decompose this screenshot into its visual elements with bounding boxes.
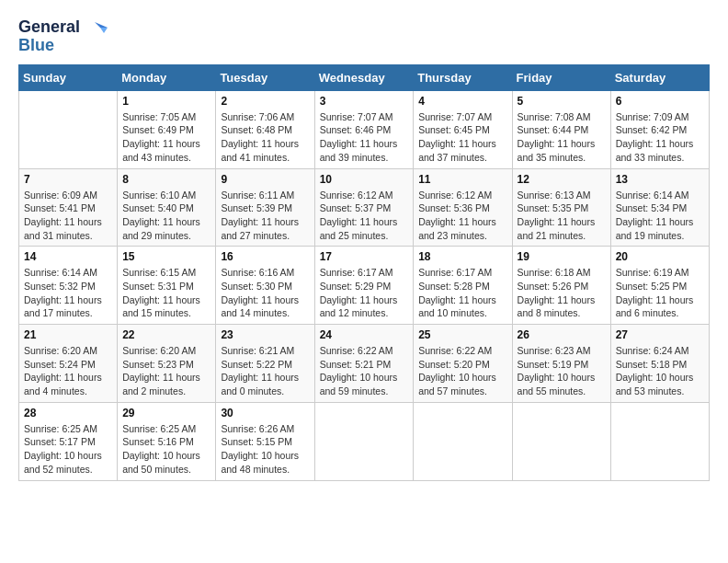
day-number: 29 (122, 407, 210, 419)
calendar-cell: 1Sunrise: 7:05 AMSunset: 6:49 PMDaylight… (118, 90, 216, 168)
calendar-cell: 23Sunrise: 6:21 AMSunset: 5:22 PMDayligh… (216, 325, 314, 403)
calendar-cell: 15Sunrise: 6:15 AMSunset: 5:31 PMDayligh… (118, 247, 216, 325)
day-info: Sunrise: 7:07 AMSunset: 6:46 PMDaylight:… (320, 110, 409, 165)
day-info: Sunrise: 7:07 AMSunset: 6:45 PMDaylight:… (418, 110, 506, 165)
calendar-cell: 25Sunrise: 6:22 AMSunset: 5:20 PMDayligh… (414, 325, 512, 403)
calendar-cell: 28Sunrise: 6:25 AMSunset: 5:17 PMDayligh… (19, 402, 118, 480)
day-info: Sunrise: 7:08 AMSunset: 6:44 PMDaylight:… (518, 110, 606, 165)
day-info: Sunrise: 6:14 AMSunset: 5:32 PMDaylight:… (24, 266, 112, 320)
calendar-cell: 11Sunrise: 6:12 AMSunset: 5:36 PMDayligh… (414, 168, 512, 247)
header-day-wednesday: Wednesday (314, 64, 414, 90)
day-info: Sunrise: 6:11 AMSunset: 5:39 PMDaylight:… (221, 189, 309, 243)
day-info: Sunrise: 6:20 AMSunset: 5:23 PMDaylight:… (122, 344, 210, 398)
day-number: 9 (221, 173, 309, 186)
calendar-week-2: 14Sunrise: 6:14 AMSunset: 5:32 PMDayligh… (19, 247, 710, 325)
calendar-cell: 7Sunrise: 6:09 AMSunset: 5:41 PMDaylight… (19, 168, 118, 247)
day-number: 3 (320, 95, 409, 108)
day-number: 5 (518, 95, 606, 108)
calendar-cell: 13Sunrise: 6:14 AMSunset: 5:34 PMDayligh… (610, 168, 709, 247)
day-number: 22 (122, 328, 210, 341)
calendar-cell: 27Sunrise: 6:24 AMSunset: 5:18 PMDayligh… (610, 325, 709, 403)
day-info: Sunrise: 6:19 AMSunset: 5:25 PMDaylight:… (616, 266, 704, 320)
logo: General Blue (18, 18, 108, 55)
day-info: Sunrise: 6:21 AMSunset: 5:22 PMDaylight:… (221, 344, 309, 398)
day-info: Sunrise: 6:17 AMSunset: 5:29 PMDaylight:… (320, 266, 409, 320)
calendar-cell (314, 402, 414, 480)
day-info: Sunrise: 6:09 AMSunset: 5:41 PMDaylight:… (24, 189, 112, 243)
logo-blue: Blue (18, 37, 54, 55)
day-info: Sunrise: 6:10 AMSunset: 5:40 PMDaylight:… (122, 189, 210, 243)
header-day-thursday: Thursday (414, 64, 512, 90)
svg-marker-1 (100, 28, 108, 33)
day-number: 17 (320, 250, 409, 263)
calendar-cell (512, 402, 610, 480)
day-number: 8 (122, 173, 210, 186)
calendar-cell: 30Sunrise: 6:26 AMSunset: 5:15 PMDayligh… (216, 402, 314, 480)
header-day-monday: Monday (118, 64, 216, 90)
day-info: Sunrise: 6:20 AMSunset: 5:24 PMDaylight:… (24, 344, 112, 398)
day-number: 12 (518, 173, 606, 186)
calendar-cell: 18Sunrise: 6:17 AMSunset: 5:28 PMDayligh… (414, 247, 512, 325)
calendar-cell: 21Sunrise: 6:20 AMSunset: 5:24 PMDayligh… (19, 325, 118, 403)
day-info: Sunrise: 6:23 AMSunset: 5:19 PMDaylight:… (518, 344, 606, 398)
day-number: 13 (616, 173, 704, 186)
day-number: 10 (320, 173, 409, 186)
header-day-tuesday: Tuesday (216, 64, 314, 90)
calendar-table: SundayMondayTuesdayWednesdayThursdayFrid… (18, 64, 710, 481)
svg-marker-0 (95, 22, 108, 28)
calendar-cell: 16Sunrise: 6:16 AMSunset: 5:30 PMDayligh… (216, 247, 314, 325)
calendar-cell: 4Sunrise: 7:07 AMSunset: 6:45 PMDaylight… (414, 90, 512, 168)
day-number: 7 (24, 173, 112, 186)
calendar-cell: 22Sunrise: 6:20 AMSunset: 5:23 PMDayligh… (118, 325, 216, 403)
calendar-week-0: 1Sunrise: 7:05 AMSunset: 6:49 PMDaylight… (19, 90, 710, 168)
calendar-cell: 19Sunrise: 6:18 AMSunset: 5:26 PMDayligh… (512, 247, 610, 325)
day-info: Sunrise: 6:25 AMSunset: 5:17 PMDaylight:… (24, 422, 112, 477)
day-info: Sunrise: 6:14 AMSunset: 5:34 PMDaylight:… (616, 189, 704, 243)
day-number: 28 (24, 407, 112, 419)
day-info: Sunrise: 6:26 AMSunset: 5:15 PMDaylight:… (221, 422, 309, 477)
day-info: Sunrise: 6:17 AMSunset: 5:28 PMDaylight:… (418, 266, 506, 320)
logo-general: General (18, 18, 80, 37)
day-number: 6 (616, 95, 704, 108)
calendar-cell: 9Sunrise: 6:11 AMSunset: 5:39 PMDaylight… (216, 168, 314, 247)
calendar-cell: 5Sunrise: 7:08 AMSunset: 6:44 PMDaylight… (512, 90, 610, 168)
calendar-body: 1Sunrise: 7:05 AMSunset: 6:49 PMDaylight… (19, 90, 710, 480)
day-number: 24 (320, 328, 409, 341)
calendar-cell: 14Sunrise: 6:14 AMSunset: 5:32 PMDayligh… (19, 247, 118, 325)
day-number: 21 (24, 328, 112, 341)
calendar-week-1: 7Sunrise: 6:09 AMSunset: 5:41 PMDaylight… (19, 168, 710, 247)
day-info: Sunrise: 6:12 AMSunset: 5:37 PMDaylight:… (320, 189, 409, 243)
calendar-cell: 29Sunrise: 6:25 AMSunset: 5:16 PMDayligh… (118, 402, 216, 480)
day-number: 1 (122, 95, 210, 108)
day-number: 23 (221, 328, 309, 341)
day-number: 20 (616, 250, 704, 263)
calendar-week-3: 21Sunrise: 6:20 AMSunset: 5:24 PMDayligh… (19, 325, 710, 403)
calendar-header: SundayMondayTuesdayWednesdayThursdayFrid… (19, 64, 710, 90)
day-info: Sunrise: 6:15 AMSunset: 5:31 PMDaylight:… (122, 266, 210, 320)
day-info: Sunrise: 6:24 AMSunset: 5:18 PMDaylight:… (616, 344, 704, 398)
day-number: 2 (221, 95, 309, 108)
day-number: 14 (24, 250, 112, 263)
day-info: Sunrise: 7:06 AMSunset: 6:48 PMDaylight:… (221, 110, 309, 165)
calendar-cell: 20Sunrise: 6:19 AMSunset: 5:25 PMDayligh… (610, 247, 709, 325)
day-info: Sunrise: 6:18 AMSunset: 5:26 PMDaylight:… (518, 266, 606, 320)
calendar-cell: 8Sunrise: 6:10 AMSunset: 5:40 PMDaylight… (118, 168, 216, 247)
calendar-cell: 6Sunrise: 7:09 AMSunset: 6:42 PMDaylight… (610, 90, 709, 168)
day-info: Sunrise: 7:09 AMSunset: 6:42 PMDaylight:… (616, 110, 704, 165)
day-info: Sunrise: 6:22 AMSunset: 5:21 PMDaylight:… (320, 344, 409, 398)
calendar-cell: 2Sunrise: 7:06 AMSunset: 6:48 PMDaylight… (216, 90, 314, 168)
header-day-saturday: Saturday (610, 64, 709, 90)
day-info: Sunrise: 6:13 AMSunset: 5:35 PMDaylight:… (518, 189, 606, 243)
day-number: 15 (122, 250, 210, 263)
calendar-cell: 24Sunrise: 6:22 AMSunset: 5:21 PMDayligh… (314, 325, 414, 403)
day-info: Sunrise: 7:05 AMSunset: 6:49 PMDaylight:… (122, 110, 210, 165)
day-number: 26 (518, 328, 606, 341)
day-number: 4 (418, 95, 506, 108)
day-number: 27 (616, 328, 704, 341)
header: General Blue (18, 18, 710, 55)
logo-bird-icon (82, 18, 108, 37)
day-info: Sunrise: 6:16 AMSunset: 5:30 PMDaylight:… (221, 266, 309, 320)
header-row: SundayMondayTuesdayWednesdayThursdayFrid… (19, 64, 710, 90)
day-number: 25 (418, 328, 506, 341)
day-info: Sunrise: 6:25 AMSunset: 5:16 PMDaylight:… (122, 422, 210, 477)
